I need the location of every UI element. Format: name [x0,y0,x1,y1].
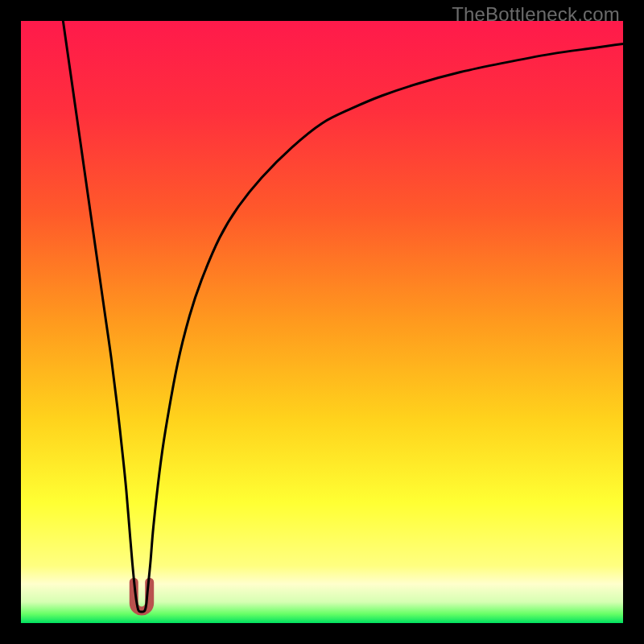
plot-frame [21,21,623,623]
gradient-background [21,21,623,623]
watermark-text: TheBottleneck.com [452,3,620,26]
bottleneck-chart [21,21,623,623]
